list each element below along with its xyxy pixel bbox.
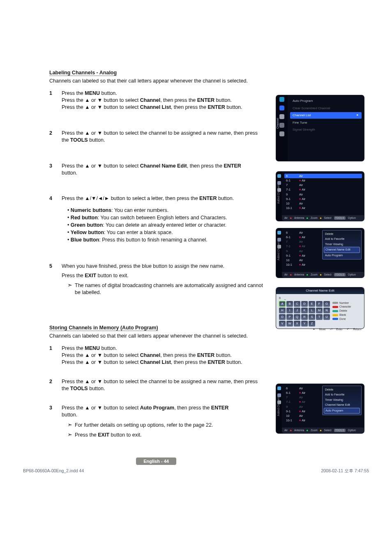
s1-step5: 5 When you have finished, press the blue… — [49, 263, 263, 297]
step-body: Press the MENU button. Press the ▲ or ▼ … — [62, 345, 263, 366]
step-body: When you have finished, press the blue b… — [62, 263, 263, 297]
key-U[interactable]: U — [323, 314, 330, 320]
step-body: Press the ▲ or ▼ button to select the ch… — [62, 130, 263, 144]
key-P[interactable]: P — [286, 314, 293, 320]
key-C[interactable]: C — [294, 301, 300, 307]
input-icon — [279, 123, 284, 128]
s1-step3: 3 Press the ▲ or ▼ button to select Chan… — [49, 163, 263, 177]
key-K[interactable]: K — [301, 308, 308, 313]
step-number: 3 — [49, 163, 62, 177]
key-Q[interactable]: Q — [294, 314, 300, 320]
s1-step2: 2 Press the ▲ or ▼ button to select the … — [49, 130, 263, 144]
key-E[interactable]: E — [309, 301, 315, 307]
step-number: 1 — [49, 345, 62, 366]
popup-item[interactable]: Auto Program — [324, 253, 360, 258]
section1-title: Labeling Channels - Analog — [49, 70, 117, 76]
menu-item[interactable]: Auto Program — [290, 98, 362, 104]
context-popup: Delete Add to Favorite Timer Viewing Cha… — [322, 230, 362, 260]
key-G[interactable]: G — [323, 301, 330, 307]
section2-title: Storing Channels in Memory (Auto Program… — [49, 325, 158, 331]
menu-item: Clear Scrambled Channel — [290, 105, 362, 112]
s2-step2: 2 Press the ▲ or ▼ button to select the … — [49, 378, 263, 392]
key-M[interactable]: M — [316, 308, 323, 313]
key-R[interactable]: R — [301, 314, 308, 320]
key-O[interactable]: O — [279, 314, 286, 320]
gear-icon — [279, 114, 284, 119]
popup-item[interactable]: Add to Favorite — [324, 237, 360, 241]
step-number: 2 — [49, 378, 62, 392]
osd-channel-list-popup-auto: Added Channels 6Air 6-1Air 7Air 7-1Air 9… — [276, 384, 364, 433]
note-icon: ➣ — [67, 432, 75, 439]
osd-side-label: Channel — [276, 118, 279, 129]
key-Z[interactable]: Z — [309, 321, 315, 326]
step-number: 2 — [49, 130, 62, 144]
osd-channel-list: Added Channels 6Air 6-1Air 7Air 7-1Air 9… — [276, 172, 364, 221]
popup-item[interactable]: Channel Name Edit — [324, 402, 360, 407]
key-J[interactable]: J — [294, 308, 300, 313]
menu-item: Signal Strength — [290, 126, 362, 133]
list-icon — [277, 231, 281, 235]
section1-intro: Channels can labeled so that their call … — [49, 78, 263, 84]
app-icon — [279, 131, 284, 136]
popup-item[interactable]: Delete — [324, 387, 360, 392]
step-body: Press the ▲ or ▼ button to select the ch… — [62, 378, 263, 392]
note-icon: ➣ — [67, 282, 75, 296]
key-Y[interactable]: Y — [301, 321, 308, 326]
step-number: 5 — [49, 263, 62, 297]
popup-item-selected[interactable]: Auto Program — [324, 408, 360, 414]
key-N[interactable]: N — [323, 308, 330, 313]
osd-channel-list-popup: Added Channels 6Air 6-1Air 7Air 7-1Air 9… — [276, 228, 364, 278]
list-icon — [277, 174, 281, 178]
menu-item-selected[interactable]: Channel List — [290, 112, 362, 119]
picture-icon — [279, 97, 284, 102]
key-S[interactable]: S — [309, 314, 315, 320]
key-I[interactable]: I — [286, 308, 293, 313]
popup-item[interactable]: Timer Viewing — [324, 398, 360, 402]
key-B[interactable]: B — [286, 301, 293, 307]
keyboard-grid[interactable]: ABCDEFGHIJKLMNOPQRSTUVWXYZ — [279, 301, 330, 326]
popup-item-selected[interactable]: Channel Name Edit — [324, 247, 360, 253]
section2-intro: Channels can labeled so that their call … — [49, 333, 263, 339]
channel-icon — [279, 106, 284, 110]
s1-step4: 4 Press the ▲/▼/◄/► button to select a l… — [49, 195, 263, 244]
context-popup: Delete Add to Favorite Timer Viewing Cha… — [322, 386, 362, 415]
popup-item[interactable]: Add to Favorite — [324, 392, 360, 397]
key-X[interactable]: X — [294, 321, 300, 326]
step-body: Press the ▲/▼/◄/► button to select a let… — [62, 195, 263, 244]
s2-step3: 3 Press the ▲ or ▼ button to select Auto… — [49, 405, 263, 439]
s1-step1: 1 Press the MENU button. Press the ▲ or … — [49, 90, 263, 111]
key-A[interactable]: A — [279, 301, 286, 307]
key-V[interactable]: V — [279, 321, 286, 326]
key-D[interactable]: D — [301, 301, 308, 307]
print-footer: BP68-00660A-00Eng_2.indd 44 2008-02-11 오… — [23, 468, 369, 474]
page-badge: English - 44 — [49, 458, 263, 465]
step-number: 1 — [49, 90, 62, 111]
step-body: Press the ▲ or ▼ button to select Auto P… — [62, 405, 263, 439]
note-icon: ➣ — [67, 422, 75, 429]
popup-item[interactable]: Delete — [324, 232, 360, 237]
key-T[interactable]: T — [316, 314, 323, 320]
menu-item[interactable]: Fine Tune — [290, 120, 362, 126]
s2-step1: 1 Press the MENU button. Press the ▲ or … — [49, 345, 263, 366]
step-number: 4 — [49, 195, 62, 244]
key-H[interactable]: H — [279, 308, 286, 313]
step-number: 3 — [49, 405, 62, 439]
key-L[interactable]: L — [309, 308, 315, 313]
osd-channel-menu: Channel Auto Program Clear Scrambled Cha… — [276, 95, 364, 161]
list-icon — [277, 386, 281, 390]
step-body: Press the ▲ or ▼ button to select Channe… — [62, 163, 263, 177]
keyboard-legend: Number Character Delete Blank Done — [332, 301, 351, 326]
osd-keyboard: Channel Name Edit 6 _ ABCDEFGHIJKLMNOPQR… — [276, 287, 364, 329]
key-F[interactable]: F — [316, 301, 323, 307]
key-W[interactable]: W — [286, 321, 293, 326]
popup-item[interactable]: Timer Viewing — [324, 242, 360, 247]
step-body: Press the MENU button. Press the ▲ or ▼ … — [62, 90, 263, 111]
